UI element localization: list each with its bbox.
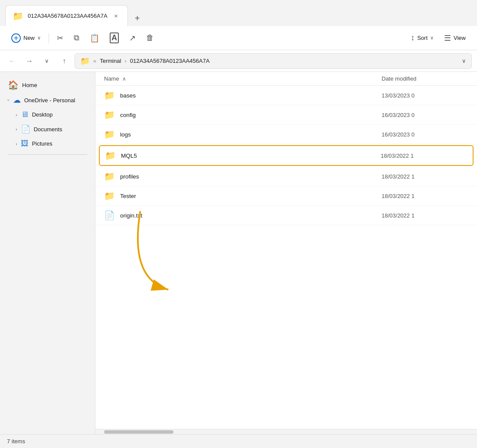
share-button[interactable]: ↗: [125, 31, 140, 45]
address-folder-icon: 📁: [80, 56, 90, 66]
file-date-profiles: 18/03/2022 1: [382, 173, 468, 180]
file-name-mql5: MQL5: [121, 153, 381, 159]
desktop-icon: 🖥: [21, 110, 29, 119]
cut-button[interactable]: ✂: [52, 31, 68, 45]
file-date-bases: 13/03/2023 0: [382, 92, 468, 99]
sidebar-divider: [8, 154, 87, 155]
documents-icon: 📄: [21, 124, 30, 134]
title-bar: 📁 012A34A5678A0123AA456A7A × +: [0, 0, 477, 26]
delete-icon: 🗑: [146, 33, 154, 42]
address-path-folder: 012A34A5678A0123AA456A7A: [130, 58, 210, 64]
column-name-header[interactable]: Name ∧: [104, 75, 382, 82]
share-icon: ↗: [129, 33, 136, 43]
horizontal-scrollbar[interactable]: [95, 429, 477, 434]
file-name-logs: logs: [120, 131, 382, 138]
file-item-tester[interactable]: 📁 Tester 18/03/2022 1: [95, 186, 477, 206]
copy-icon: ⧉: [74, 33, 79, 42]
folder-icon-bases: 📁: [104, 90, 115, 101]
back-button[interactable]: ←: [5, 54, 19, 68]
file-item-origin[interactable]: 📄 origin.txt 18/03/2022 1: [95, 206, 477, 225]
address-separator: «: [93, 58, 96, 64]
sort-icon: ↕: [411, 33, 415, 42]
sort-button[interactable]: ↕ Sort ∨: [406, 31, 438, 45]
address-arrow: ›: [124, 58, 126, 64]
address-bar-row: ← → ∨ ↑ 📁 « Terminal › 012A34A5678A0123A…: [0, 50, 477, 72]
file-date-tester: 18/03/2022 1: [382, 193, 468, 199]
pictures-icon: 🖼: [21, 139, 29, 148]
cut-icon: ✂: [57, 33, 63, 43]
up-icon: ↑: [62, 57, 66, 65]
sidebar-item-pictures[interactable]: › 🖼 Pictures: [3, 136, 91, 151]
view-label: View: [454, 35, 466, 41]
up-button[interactable]: ↑: [57, 54, 71, 68]
file-name-config: config: [120, 112, 382, 118]
sort-chevron-icon: ∨: [430, 35, 434, 41]
new-icon: +: [11, 33, 21, 43]
tab-title: 012A34A5678A0123AA456A7A: [28, 13, 108, 19]
main-area: 🏠 Home › ☁ OneDrive - Personal › 🖥 Deskt…: [0, 72, 477, 434]
dropdown-icon: ∨: [45, 58, 49, 64]
rename-button[interactable]: A: [105, 30, 123, 46]
address-bar[interactable]: 📁 « Terminal › 012A34A5678A0123AA456A7A …: [75, 53, 472, 69]
forward-icon: →: [26, 57, 33, 65]
file-item-config[interactable]: 📁 config 16/03/2023 0: [95, 105, 477, 125]
paste-icon: 📋: [90, 33, 99, 43]
home-icon: 🏠: [8, 80, 19, 90]
new-button[interactable]: + New ∨: [7, 31, 45, 45]
file-item-mql5[interactable]: 📁 MQL5 18/03/2022 1: [99, 145, 474, 166]
folder-icon-profiles: 📁: [104, 171, 115, 182]
txt-icon-origin: 📄: [104, 210, 115, 221]
folder-icon-tester: 📁: [104, 191, 115, 201]
folder-icon-config: 📁: [104, 110, 115, 120]
rename-icon: A: [110, 32, 119, 43]
view-button[interactable]: ☰ View: [440, 31, 470, 45]
desktop-chevron-icon: ›: [16, 112, 17, 117]
sidebar-label-home: Home: [22, 82, 37, 88]
new-tab-button[interactable]: +: [130, 10, 145, 26]
sidebar-label-pictures: Pictures: [32, 140, 52, 147]
dropdown-button[interactable]: ∨: [40, 54, 54, 68]
onedrive-chevron-icon: ›: [6, 99, 11, 101]
sidebar: 🏠 Home › ☁ OneDrive - Personal › 🖥 Deskt…: [0, 72, 95, 434]
sort-indicator-icon: ∧: [122, 76, 126, 82]
new-chevron-icon: ∨: [37, 35, 41, 41]
file-name-origin: origin.txt: [120, 212, 382, 219]
item-count: 7 items: [7, 438, 25, 445]
file-item-logs[interactable]: 📁 logs 16/03/2023 0: [95, 125, 477, 144]
status-bar: 7 items: [0, 434, 477, 448]
toolbar: + New ∨ ✂ ⧉ 📋 A ↗ 🗑 ↕ Sort ∨ ☰ View: [0, 26, 477, 50]
file-list-header: Name ∧ Date modified: [95, 72, 477, 86]
folder-icon-logs: 📁: [104, 129, 115, 140]
h-scroll-thumb[interactable]: [104, 430, 173, 434]
new-label: New: [23, 35, 35, 41]
forward-button[interactable]: →: [23, 54, 36, 68]
file-name-bases: bases: [120, 92, 382, 99]
onedrive-icon: ☁: [13, 95, 21, 105]
folder-icon-mql5: 📁: [105, 150, 116, 161]
file-date-mql5: 18/03/2022 1: [381, 153, 467, 159]
address-chevron-icon: ∨: [462, 58, 466, 64]
tab-folder-icon: 📁: [13, 11, 23, 21]
tab[interactable]: 📁 012A34A5678A0123AA456A7A ×: [5, 5, 128, 26]
sidebar-label-desktop: Desktop: [32, 111, 53, 118]
file-date-origin: 18/03/2022 1: [382, 212, 468, 219]
column-name-label: Name: [104, 75, 119, 82]
sidebar-item-documents[interactable]: › 📄 Documents: [3, 122, 91, 136]
copy-button[interactable]: ⧉: [69, 31, 84, 45]
column-date-header[interactable]: Date modified: [382, 75, 468, 82]
toolbar-divider-1: [49, 33, 49, 43]
file-item-profiles[interactable]: 📁 profiles 18/03/2022 1: [95, 167, 477, 186]
documents-chevron-icon: ›: [16, 127, 17, 132]
paste-button[interactable]: 📋: [85, 31, 104, 45]
file-name-profiles: profiles: [120, 173, 382, 180]
sidebar-item-onedrive[interactable]: › ☁ OneDrive - Personal: [3, 93, 91, 107]
file-name-tester: Tester: [120, 193, 382, 199]
view-icon: ☰: [444, 33, 451, 43]
file-list-area: Name ∧ Date modified 📁 bases 13/03/2023 …: [95, 72, 477, 429]
sidebar-item-home[interactable]: 🏠 Home: [3, 77, 91, 93]
file-item-bases[interactable]: 📁 bases 13/03/2023 0: [95, 86, 477, 105]
sidebar-label-documents: Documents: [34, 126, 62, 133]
sidebar-item-desktop[interactable]: › 🖥 Desktop: [3, 107, 91, 122]
tab-close-button[interactable]: ×: [112, 12, 121, 20]
delete-button[interactable]: 🗑: [142, 31, 158, 45]
